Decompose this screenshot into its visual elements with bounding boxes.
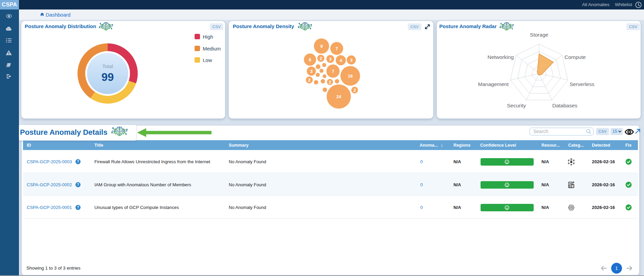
svg-text:3: 3: [329, 57, 331, 62]
svg-text:Compute: Compute: [564, 54, 586, 60]
svg-text:Security: Security: [507, 103, 526, 108]
svg-text:7: 7: [332, 69, 334, 74]
svg-text:3: 3: [350, 58, 352, 63]
svg-text:7: 7: [335, 46, 338, 51]
svg-text:3: 3: [310, 69, 312, 74]
svg-text:Total: Total: [102, 63, 113, 69]
svg-text:Databases: Databases: [552, 103, 577, 108]
svg-text:16: 16: [348, 73, 353, 79]
svg-text:2: 2: [319, 56, 322, 61]
svg-text:9: 9: [320, 44, 323, 49]
svg-text:2: 2: [308, 78, 310, 83]
svg-text:24: 24: [336, 94, 341, 99]
svg-text:4: 4: [339, 58, 342, 63]
svg-text:Serverless: Serverless: [570, 81, 594, 87]
svg-text:Storage: Storage: [530, 32, 548, 38]
svg-text:Management: Management: [478, 81, 509, 87]
svg-text:Networking: Networking: [487, 54, 514, 60]
svg-text:2: 2: [353, 88, 356, 93]
svg-text:6: 6: [309, 57, 311, 62]
svg-text:2: 2: [329, 80, 331, 85]
svg-text:99: 99: [102, 71, 114, 83]
